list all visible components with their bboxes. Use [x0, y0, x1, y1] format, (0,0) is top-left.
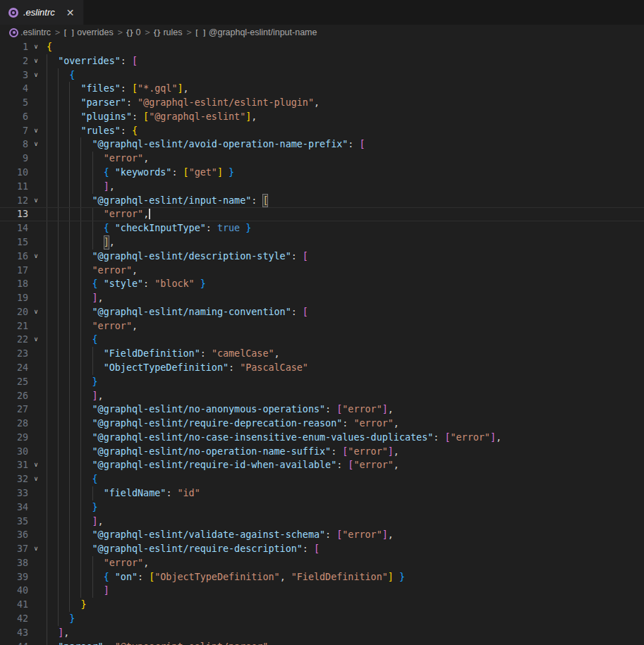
- fold-chevron-icon[interactable]: ∨: [28, 250, 44, 264]
- code-line[interactable]: 15],: [0, 235, 644, 250]
- code-line[interactable]: 12∨"@graphql-eslint/input-name": [: [0, 194, 644, 208]
- token-p: [223, 166, 229, 180]
- fold-spacer: [28, 347, 44, 361]
- code-line[interactable]: 21"error",: [0, 319, 644, 333]
- fold-chevron-icon[interactable]: ∨: [28, 305, 44, 319]
- code-line[interactable]: 17"error",: [0, 264, 644, 278]
- fold-chevron-icon[interactable]: ∨: [28, 124, 44, 138]
- breadcrumb-item[interactable]: 0: [136, 27, 141, 37]
- code-line[interactable]: 31∨"@graphql-eslint/require-id-when-avai…: [0, 458, 644, 472]
- fold-chevron-icon[interactable]: ∨: [28, 542, 44, 556]
- fold-chevron-icon[interactable]: ∨: [28, 472, 44, 486]
- line-number: 15: [0, 235, 28, 250]
- indent-guides: [47, 250, 92, 264]
- gutter: 41: [0, 598, 44, 612]
- code-line[interactable]: 29"@graphql-eslint/no-case-insensitive-e…: [0, 431, 644, 445]
- code-line[interactable]: 24"ObjectTypeDefinition": "PascalCase": [0, 361, 644, 375]
- code-line[interactable]: 23"FieldDefinition": "camelCase",: [0, 347, 644, 361]
- gutter: 5: [0, 96, 44, 110]
- fold-chevron-icon[interactable]: ∨: [28, 68, 44, 82]
- breadcrumb-item[interactable]: .eslintrc: [20, 27, 51, 37]
- code-line[interactable]: 27"@graphql-eslint/no-anonymous-operatio…: [0, 403, 644, 417]
- code-line[interactable]: 5"parser": "@graphql-eslint/eslint-plugi…: [0, 96, 644, 110]
- token-b2: ]: [104, 584, 109, 598]
- code-line[interactable]: 4"files": ["*.gql"],: [0, 82, 644, 96]
- code-line[interactable]: 41}: [0, 598, 644, 612]
- breadcrumb-item[interactable]: overrides: [77, 27, 113, 37]
- code-line[interactable]: 26],: [0, 389, 644, 403]
- token-p: :: [336, 458, 348, 472]
- code-line[interactable]: 2∨"overrides": [: [0, 54, 644, 68]
- code-line[interactable]: 39{ "on": ["ObjectTypeDefinition", "Fiel…: [0, 570, 644, 584]
- code-line[interactable]: 30"@graphql-eslint/no-operation-name-suf…: [0, 445, 644, 459]
- code-text: ],: [47, 180, 115, 194]
- breadcrumb: .eslintrc>[ ]overrides>{}0>{}rules>[ ]@g…: [0, 25, 644, 40]
- tab-eslintrc[interactable]: .eslintrc ✕: [0, 0, 84, 25]
- code-line[interactable]: 6"plugins": ["@graphql-eslint"],: [0, 110, 644, 124]
- code-line[interactable]: 13"error",: [0, 207, 644, 221]
- code-line[interactable]: 11],: [0, 180, 644, 194]
- fold-chevron-icon[interactable]: ∨: [28, 137, 44, 152]
- token-p: ,: [394, 458, 399, 472]
- fold-chevron-icon[interactable]: ∨: [28, 458, 44, 472]
- fold-chevron-icon[interactable]: ∨: [28, 54, 44, 68]
- code-line[interactable]: 43],: [0, 626, 644, 640]
- code-line[interactable]: 7∨"rules": {: [0, 124, 644, 138]
- code-line[interactable]: 8∨"@graphql-eslint/avoid-operation-name-…: [0, 137, 644, 152]
- code-editor[interactable]: 1∨{2∨"overrides": [3∨{4"files": ["*.gql"…: [0, 40, 644, 645]
- code-line[interactable]: 18{ "style": "block" }: [0, 277, 644, 291]
- fold-chevron-icon[interactable]: ∨: [28, 333, 44, 347]
- fold-chevron-icon[interactable]: ∨: [28, 194, 44, 208]
- line-number: 43: [0, 626, 28, 640]
- code-line[interactable]: 19],: [0, 291, 644, 305]
- code-text: {: [47, 40, 52, 54]
- fold-chevron-icon[interactable]: ∨: [28, 40, 44, 54]
- token-b2: ]: [388, 445, 394, 459]
- code-line[interactable]: 37∨"@graphql-eslint/require-description"…: [0, 542, 644, 556]
- indent-guides: [47, 570, 104, 584]
- token-p: ,: [496, 431, 502, 445]
- code-line[interactable]: 10{ "keywords": ["get"] }: [0, 166, 644, 180]
- code-line[interactable]: 44"parser": "@typescript-eslint/parser": [0, 640, 644, 645]
- code-line[interactable]: 36"@graphql-eslint/validate-against-sche…: [0, 528, 644, 542]
- code-line[interactable]: 1∨{: [0, 40, 644, 54]
- token-b2: ]: [382, 528, 388, 542]
- token-p: [394, 570, 399, 584]
- code-text: {: [47, 68, 75, 82]
- token-b2: ]: [92, 515, 98, 529]
- code-line[interactable]: 9"error",: [0, 152, 644, 166]
- code-text: ],: [47, 235, 115, 250]
- code-line[interactable]: 3∨{: [0, 68, 644, 82]
- token-p: [109, 166, 115, 180]
- code-line[interactable]: 32∨{: [0, 472, 644, 486]
- code-line[interactable]: 16∨"@graphql-eslint/description-style": …: [0, 250, 644, 264]
- code-line[interactable]: 34}: [0, 500, 644, 515]
- token-p: ,: [251, 110, 257, 124]
- code-line[interactable]: 33"fieldName": "id": [0, 486, 644, 500]
- token-key: "@graphql-eslint/avoid-operation-name-pr…: [92, 137, 348, 152]
- breadcrumb-separator: >: [187, 27, 192, 37]
- token-str: "FieldDefinition": [291, 570, 388, 584]
- code-line[interactable]: 35],: [0, 515, 644, 529]
- code-line[interactable]: 38"error",: [0, 556, 644, 570]
- indent-guides: [47, 472, 92, 486]
- indent-guides: [47, 333, 92, 347]
- eslint-file-icon: [8, 8, 18, 18]
- close-icon[interactable]: ✕: [66, 8, 75, 18]
- code-line[interactable]: 28"@graphql-eslint/require-deprecation-r…: [0, 417, 644, 431]
- line-number: 30: [0, 445, 28, 459]
- code-line[interactable]: 40]: [0, 584, 644, 598]
- token-p: :: [229, 361, 240, 375]
- code-line[interactable]: 25}: [0, 375, 644, 389]
- code-line[interactable]: 14{ "checkInputType": true }: [0, 221, 644, 235]
- breadcrumb-item[interactable]: rules: [163, 27, 182, 37]
- code-line[interactable]: 22∨{: [0, 333, 644, 347]
- token-p: :: [331, 445, 342, 459]
- code-line[interactable]: 20∨"@graphql-eslint/naming-convention": …: [0, 305, 644, 319]
- line-number: 14: [0, 221, 28, 235]
- token-b1: [: [149, 570, 154, 584]
- breadcrumb-item[interactable]: @graphql-eslint/input-name: [209, 27, 317, 37]
- code-line[interactable]: 42}: [0, 612, 644, 626]
- token-key: "@graphql-eslint/require-description": [92, 542, 303, 556]
- gutter: 43: [0, 626, 44, 640]
